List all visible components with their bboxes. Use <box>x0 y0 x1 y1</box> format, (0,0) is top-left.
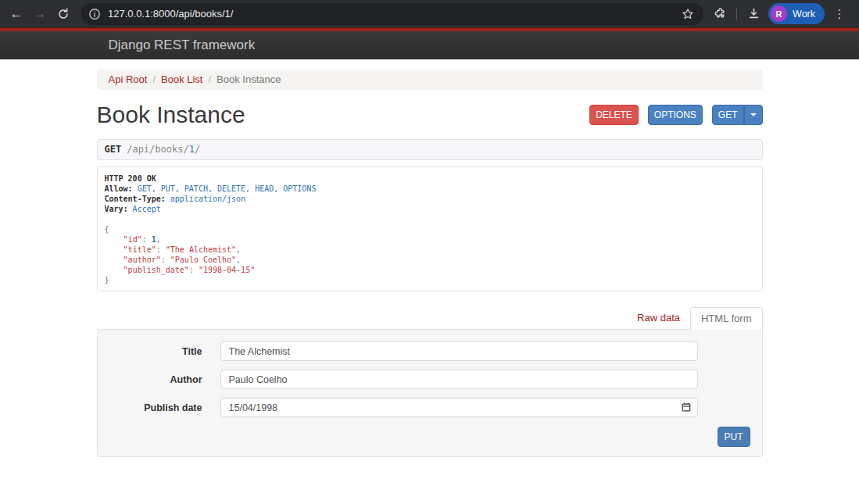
breadcrumb-current: Book Instance <box>217 73 281 85</box>
title-input-wrap <box>220 341 698 361</box>
publish-date-input[interactable] <box>220 398 698 417</box>
form-row-author: Author <box>109 370 750 389</box>
url-text[interactable]: 127.0.0.1:8000/api/books/1/ <box>108 8 233 20</box>
options-button[interactable]: OPTIONS <box>648 105 703 125</box>
json-key: "author" <box>123 256 161 264</box>
json-line: "title": "The Alchemist", <box>105 245 755 255</box>
forward-button[interactable]: → <box>28 2 52 26</box>
brand-title: Django REST framework <box>109 31 256 59</box>
json-value: "The Alchemist" <box>166 245 236 254</box>
menu-button[interactable]: ⋮ <box>828 2 851 26</box>
tab-raw-data[interactable]: Raw data <box>627 307 690 329</box>
publish-date-input-wrap <box>220 398 698 417</box>
json-key: "publish_date" <box>123 266 189 274</box>
back-button[interactable]: ← <box>5 2 28 26</box>
json-value: "1998-04-15" <box>199 266 255 274</box>
header-name: Vary: <box>105 205 128 213</box>
title-input[interactable] <box>220 341 698 361</box>
header-value: Accept <box>133 205 161 213</box>
get-dropdown-button[interactable] <box>744 105 763 125</box>
kebab-menu-icon: ⋮ <box>834 2 846 26</box>
avatar: R <box>771 5 787 22</box>
header-name: Content-Type: <box>105 195 166 203</box>
request-line: GET/api/books/1/ <box>97 139 763 160</box>
site-info-icon[interactable] <box>86 5 103 23</box>
forward-icon: → <box>34 2 47 26</box>
browser-toolbar: ← → 127.0.0.1:8000/api/books/1/ <box>0 0 859 27</box>
bookmark-star-icon[interactable] <box>678 5 697 23</box>
page-content: Api Root/Book List/Book Instance Book In… <box>97 70 763 457</box>
blank-line <box>105 214 755 224</box>
json-key: "title" <box>123 245 156 254</box>
header-value: application/json <box>170 195 245 203</box>
page-title: Book Instance <box>97 102 245 128</box>
extensions-puzzle-icon <box>714 7 727 20</box>
json-line: "publish_date": "1998-04-15" <box>105 265 755 275</box>
form-tabs: Raw data HTML form <box>97 307 763 329</box>
request-path: /api/books/ <box>127 144 188 155</box>
profile-name: Work <box>793 9 815 20</box>
json-key: "id" <box>123 235 142 244</box>
title-label: Title <box>109 346 202 357</box>
page-header: Book Instance DELETE OPTIONS GET <box>97 98 763 131</box>
delete-button[interactable]: DELETE <box>589 105 639 125</box>
profile-chip[interactable]: R Work <box>768 3 825 24</box>
json-close-brace: } <box>105 276 109 284</box>
request-path-id: 1 <box>189 144 195 155</box>
breadcrumb-link-api-root[interactable]: Api Root <box>109 73 148 85</box>
author-input-wrap <box>220 370 698 389</box>
breadcrumb-separator: / <box>152 73 156 85</box>
response-body: HTTP 200 OK Allow:GET, PUT, PATCH, DELET… <box>97 166 763 291</box>
form-footer: PUT <box>109 427 750 447</box>
back-icon: ← <box>10 2 23 26</box>
drf-navbar: Django REST framework <box>0 31 859 59</box>
header-value: GET, PUT, PATCH, DELETE, HEAD, OPTIONS <box>138 184 317 193</box>
download-icon <box>747 7 761 20</box>
json-line: "author": "Paulo Coelho", <box>105 255 755 265</box>
reload-icon <box>57 8 70 20</box>
status-line: HTTP 200 OK <box>105 174 156 183</box>
json-line: "id": 1, <box>105 234 755 245</box>
put-button[interactable]: PUT <box>718 427 750 447</box>
date-picker-button[interactable] <box>681 402 693 413</box>
get-button[interactable]: GET <box>712 105 744 125</box>
breadcrumb-separator: / <box>208 73 211 85</box>
html-form-panel: Title Author Publish date <box>97 329 763 457</box>
address-bar[interactable]: 127.0.0.1:8000/api/books/1/ <box>81 3 703 25</box>
downloads-button[interactable] <box>742 2 765 26</box>
form-row-title: Title <box>109 341 750 361</box>
request-path-suffix: / <box>195 144 200 155</box>
breadcrumb-link-book-list[interactable]: Book List <box>161 73 202 85</box>
breadcrumb: Api Root/Book List/Book Instance <box>97 70 763 90</box>
action-buttons: DELETE OPTIONS GET <box>589 105 762 125</box>
request-method: GET <box>105 144 122 155</box>
extensions-button[interactable] <box>708 2 732 26</box>
reload-button[interactable] <box>52 2 75 26</box>
header-name: Allow: <box>105 184 133 193</box>
get-button-group: GET <box>712 105 763 125</box>
form-row-publish-date: Publish date <box>109 398 750 417</box>
toolbar-separator <box>736 8 737 20</box>
author-label: Author <box>109 374 202 385</box>
screen: { "colors": { "accent_stripe": "#9A241B"… <box>0 0 859 504</box>
tab-html-form[interactable]: HTML form <box>690 307 763 330</box>
json-value: "Paulo Coelho" <box>170 256 236 264</box>
author-input[interactable] <box>220 370 698 389</box>
publish-date-label: Publish date <box>109 402 202 413</box>
calendar-icon <box>681 403 692 415</box>
caret-down-icon <box>750 113 757 116</box>
json-open-brace: { <box>105 225 109 234</box>
